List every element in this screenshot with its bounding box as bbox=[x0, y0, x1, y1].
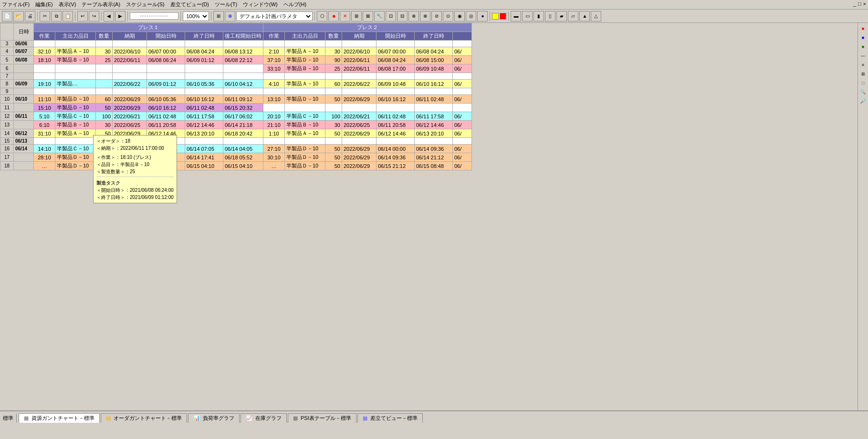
p2-suryo: 90 bbox=[325, 56, 342, 64]
tab-0[interactable]: ▦資源ガントチャート－標準 bbox=[19, 413, 100, 423]
table-row[interactable]: 10 06/10 11:10 半製品Ｄ－10 60 2022/06/29 06/… bbox=[0, 95, 472, 104]
tb-bar8[interactable]: △ bbox=[591, 11, 601, 21]
tb-forward[interactable]: ▶ bbox=[115, 11, 125, 21]
window-close[interactable]: × bbox=[863, 1, 866, 8]
p1-suryo bbox=[96, 73, 113, 80]
p2-suryo: 50 bbox=[325, 145, 342, 153]
table-row[interactable]: 17 28:10 半製品Ｄ－10 50 2022/06/29 06/14 07:… bbox=[0, 153, 472, 162]
tb-bar5[interactable]: ▰ bbox=[556, 11, 567, 21]
right-icon-6[interactable]: ⊞ bbox=[859, 70, 867, 78]
tb-icon1[interactable]: ⊞ bbox=[213, 11, 224, 21]
tb-bar1[interactable]: ▬ bbox=[511, 11, 521, 21]
menu-edit[interactable]: 編集(E) bbox=[35, 1, 53, 8]
col-p2-hinmoku: 主出力品目 bbox=[285, 32, 325, 41]
tab-2[interactable]: 📊負荷率グラフ bbox=[188, 413, 240, 423]
menu-window[interactable]: ウィンドウ(W) bbox=[243, 1, 278, 8]
tb-g2[interactable]: ⊠ bbox=[363, 11, 373, 21]
tb-cut[interactable]: ✂ bbox=[40, 11, 50, 21]
tb-new[interactable]: 📄 bbox=[2, 11, 12, 21]
tb-icon2[interactable]: ⊕ bbox=[225, 11, 235, 21]
tb-bar2[interactable]: ▭ bbox=[522, 11, 533, 21]
right-icon-8[interactable]: 🔍 bbox=[859, 88, 867, 96]
tb-undo[interactable]: ↩ bbox=[77, 11, 88, 21]
p1-next bbox=[223, 73, 263, 80]
tb-bar7[interactable]: ▲ bbox=[579, 11, 590, 21]
tab-3[interactable]: 📈在庫グラフ bbox=[241, 413, 287, 423]
tb-g10[interactable]: ◎ bbox=[466, 11, 476, 21]
p1-next: 06/18 05:52 bbox=[223, 153, 263, 162]
tb-back[interactable]: ◀ bbox=[104, 11, 114, 21]
p2-hinmoku: 半製品Ｃ－10 bbox=[285, 112, 325, 121]
tb-color2[interactable] bbox=[500, 13, 506, 20]
tb-g4[interactable]: ⊟ bbox=[397, 11, 408, 21]
right-icon-9[interactable]: 🔎 bbox=[859, 97, 867, 105]
table-row[interactable]: 11 15:10 半製品Ｄ－10 50 2022/06/29 06/10 16:… bbox=[0, 104, 472, 112]
table-body: 3 06/06 4 06/07 32:10 半製品Ａ－10 30 2022/06… bbox=[0, 41, 472, 170]
table-row[interactable]: 8 06/09 19:10 半製品… 2022/06/22 06/09 01:1… bbox=[0, 80, 472, 88]
tb-grid[interactable]: ⊞ bbox=[351, 11, 362, 21]
tb-g9[interactable]: ◉ bbox=[454, 11, 465, 21]
table-row[interactable]: 13 6:10 半製品Ｂ－10 30 2022/06/25 06/11 20:5… bbox=[0, 121, 472, 129]
tb-bar4[interactable]: ▯ bbox=[545, 11, 555, 21]
p2-noki: 2022/06/29 bbox=[342, 153, 376, 162]
tab-4[interactable]: ▦PSI表テーブル－標準 bbox=[288, 413, 356, 423]
table-row[interactable]: 15 06/13 bbox=[0, 138, 472, 145]
zoom-select[interactable]: 100% 75% 150% bbox=[183, 11, 209, 21]
right-icon-1[interactable]: ■ bbox=[859, 25, 867, 32]
main-table-container[interactable]: 日時 プレス１ プレス２ 作業 主出力品目 数量 納期 開始日時 終了日時 後工… bbox=[0, 23, 858, 410]
tb-calc[interactable]: 🔧 bbox=[374, 11, 385, 21]
tb-g7[interactable]: ⊘ bbox=[431, 11, 442, 21]
table-row[interactable]: 7 bbox=[0, 73, 472, 80]
tb-g5[interactable]: ⊕ bbox=[408, 11, 419, 21]
menu-table[interactable]: テーブル表示(A) bbox=[82, 1, 120, 8]
param-select[interactable]: デフォルト計画パラメタ bbox=[236, 11, 313, 21]
table-row[interactable]: 9 bbox=[0, 88, 472, 95]
right-icon-4[interactable]: — bbox=[859, 52, 867, 60]
menu-view[interactable]: 表示(V) bbox=[59, 1, 76, 8]
tab-5[interactable]: ▦差立てビュー－標準 bbox=[357, 413, 423, 423]
menu-schedule[interactable]: スケジュール(S) bbox=[126, 1, 165, 8]
table-row[interactable]: 3 06/06 bbox=[0, 41, 472, 47]
tb-x[interactable]: ✕ bbox=[340, 11, 350, 21]
tb-redo[interactable]: ↪ bbox=[89, 11, 99, 21]
table-row[interactable]: 14 06/12 31:10 半製品Ａ－10 50 2022/06/29 06/… bbox=[0, 129, 472, 138]
tb-g6[interactable]: ⊗ bbox=[420, 11, 430, 21]
menu-diff[interactable]: 差立てビュー(D) bbox=[170, 1, 209, 8]
tb-copy[interactable]: ⧉ bbox=[51, 11, 62, 21]
window-restore[interactable]: □ bbox=[858, 1, 861, 8]
tab-strip: ▦資源ガントチャート－標準▤オーダガントチャート－標準📊負荷率グラフ📈在庫グラフ… bbox=[19, 410, 424, 423]
tb-bar6[interactable]: ▱ bbox=[568, 11, 578, 21]
sep9 bbox=[508, 11, 509, 21]
menu-tools[interactable]: ツール(T) bbox=[215, 1, 237, 8]
tb-bar3[interactable]: ▮ bbox=[533, 11, 544, 21]
menu-file[interactable]: ファイル(F) bbox=[2, 1, 30, 8]
tb-open[interactable]: 📂 bbox=[13, 11, 24, 21]
menu-help[interactable]: ヘルプ(H) bbox=[283, 1, 306, 8]
tb-red[interactable]: ■ bbox=[328, 11, 339, 21]
table-row[interactable]: 5 06/08 18:10 半製品Ｂ－10 25 2022/06/11 06/0… bbox=[0, 56, 472, 64]
right-icon-2[interactable]: ■ bbox=[859, 34, 867, 42]
tb-g3[interactable]: ⊡ bbox=[386, 11, 396, 21]
tb-g8[interactable]: ⊙ bbox=[443, 11, 453, 21]
table-row[interactable]: 12 06/11 5:10 半製品Ｃ－10 100 2022/06/21 06/… bbox=[0, 112, 472, 121]
table-row[interactable]: 16 06/14 14:10 半製品Ｃ－10 50 2022/06/29 06/… bbox=[0, 145, 472, 153]
right-icon-3[interactable]: ■ bbox=[859, 43, 867, 51]
p1-hinmoku: 半製品Ｄ－10 bbox=[55, 162, 96, 170]
tab-1[interactable]: ▤オーダガントチャート－標準 bbox=[101, 413, 187, 423]
right-icon-7[interactable]: ⊡ bbox=[859, 79, 867, 87]
tb-color1[interactable] bbox=[492, 13, 499, 20]
tb-paste[interactable]: 📋 bbox=[63, 11, 73, 21]
window-minimize[interactable]: _ bbox=[853, 1, 856, 8]
p1-sagyou: 11:10 bbox=[34, 95, 55, 104]
tb-tbl[interactable]: ⬡ bbox=[317, 11, 327, 21]
p2-noki bbox=[342, 41, 376, 47]
tb-print[interactable]: 🖨 bbox=[25, 11, 35, 21]
tb-g11[interactable]: ● bbox=[477, 11, 488, 21]
table-row[interactable]: 4 06/07 32:10 半製品Ａ－10 30 2022/06/10 06/0… bbox=[0, 47, 472, 56]
sep6 bbox=[211, 11, 211, 21]
p2-noki: 2022/06/11 bbox=[342, 56, 376, 64]
right-icon-5[interactable]: ≡ bbox=[859, 61, 867, 69]
p2-next-partial: 06/ bbox=[453, 64, 472, 73]
table-row[interactable]: 18 … 半製品Ｄ－10 50 2022/06/29 06/14 17:41 0… bbox=[0, 162, 472, 170]
table-row[interactable]: 6 33:10 半製品Ｂ－10 25 2022/06/11 06/08 17:0… bbox=[0, 64, 472, 73]
